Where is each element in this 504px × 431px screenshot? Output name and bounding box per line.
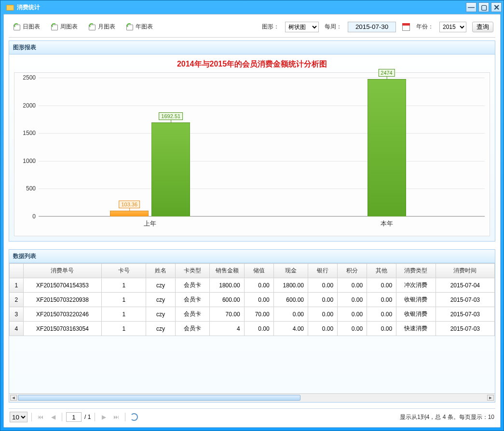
cell-time: 2015-07-03 <box>436 322 494 336</box>
column-header[interactable]: 消费时间 <box>436 264 494 278</box>
cell-card: 1 <box>102 307 146 322</box>
column-header[interactable]: 银行 <box>308 264 337 278</box>
y-tick: 2000 <box>23 102 36 109</box>
column-header[interactable]: 其他 <box>367 264 396 278</box>
cell-other: 0.00 <box>367 322 396 336</box>
scroll-thumb[interactable] <box>18 395 300 401</box>
page-input[interactable] <box>66 412 82 422</box>
grid-header-row: 消费单号卡号姓名卡类型销售金额储值现金银行积分其他消费类型消费时间 <box>10 264 495 278</box>
x-label: 上年 <box>144 219 156 228</box>
y-tick: 1500 <box>23 130 36 136</box>
cell-sale: 4 <box>210 322 244 336</box>
column-header[interactable]: 储值 <box>244 264 273 278</box>
column-header[interactable]: 销售金额 <box>210 264 244 278</box>
year-chart-button[interactable]: 年图表 <box>123 21 155 32</box>
folder-icon <box>6 4 14 11</box>
cell-type: 会员卡 <box>176 278 210 293</box>
column-header[interactable]: 现金 <box>273 264 308 278</box>
table-row[interactable]: 3XF201507032202461czy会员卡70.0070.000.000.… <box>10 307 495 322</box>
column-header[interactable]: 卡号 <box>102 264 146 278</box>
cell-order: XF20150703163054 <box>23 322 102 336</box>
month-chart-button[interactable]: 月图表 <box>86 21 118 32</box>
prev-page-button[interactable]: ◀ <box>48 412 58 422</box>
shape-label: 图形： <box>262 23 279 31</box>
cell-ctype: 快速消费 <box>396 322 436 336</box>
y-tick: 2500 <box>23 74 36 81</box>
scroll-left-icon[interactable]: ◄ <box>10 395 17 401</box>
cell-other: 0.00 <box>367 307 396 322</box>
cell-card: 1 <box>102 293 146 307</box>
year-select[interactable]: 2015 <box>439 22 466 32</box>
cell-type: 会员卡 <box>176 307 210 322</box>
gridline <box>39 133 485 134</box>
bar-value-label: 2474 <box>378 69 395 77</box>
close-button[interactable]: ✕ <box>491 2 502 12</box>
minimize-button[interactable]: — <box>466 2 477 12</box>
chart-panel-title: 图形报表 <box>9 40 495 54</box>
maximize-button[interactable]: ▢ <box>478 2 489 12</box>
cell-ctype: 冲次消费 <box>396 278 436 293</box>
data-panel-title: 数据列表 <box>9 249 495 263</box>
cell-stored: 0.00 <box>244 278 273 293</box>
cell-stored: 70.00 <box>244 307 273 322</box>
cell-other: 0.00 <box>367 278 396 293</box>
cell-card: 1 <box>102 322 146 336</box>
table-row[interactable]: 2XF201507032209381czy会员卡600.000.00600.00… <box>10 293 495 307</box>
column-header[interactable]: 消费单号 <box>23 264 102 278</box>
day-chart-button[interactable]: 日图表 <box>11 21 42 32</box>
year-label: 年份： <box>416 23 434 31</box>
refresh-icon <box>13 23 21 31</box>
y-axis: 05001000150020002500 <box>14 78 38 216</box>
calendar-icon[interactable] <box>402 23 410 31</box>
chart-wrap: 2014年与2015年的会员消费金额统计分析图 0500100015002000… <box>9 54 495 242</box>
cell-order: XF20150703220938 <box>23 293 102 307</box>
bar: 1692.51 <box>151 122 190 216</box>
refresh-button[interactable] <box>129 412 139 422</box>
column-header[interactable]: 姓名 <box>146 264 176 278</box>
column-header[interactable]: 卡类型 <box>176 264 210 278</box>
cell-ctype: 收银消费 <box>396 293 436 307</box>
chart-title: 2014年与2015年的会员消费金额统计分析图 <box>14 59 490 69</box>
plot-area: 上年103.361692.51本年2474 <box>39 78 485 216</box>
cell-cash: 4.00 <box>273 322 308 336</box>
first-page-button[interactable]: ⏮ <box>36 412 45 422</box>
query-button[interactable]: 查询 <box>472 22 493 32</box>
last-page-button[interactable]: ⏭ <box>111 412 121 422</box>
cell-sale: 70.00 <box>210 307 244 322</box>
column-header[interactable]: 积分 <box>338 264 367 278</box>
chart-area: 05001000150020002500 上年103.361692.51本年24… <box>14 72 490 236</box>
cell-type: 会员卡 <box>176 322 210 336</box>
cell-sale: 1800.00 <box>210 278 244 293</box>
y-tick: 0 <box>32 213 36 220</box>
column-header[interactable]: 消费类型 <box>396 264 436 278</box>
chart-panel: 图形报表 2014年与2015年的会员消费金额统计分析图 05001000150… <box>9 40 495 242</box>
month-chart-label: 月图表 <box>98 23 115 31</box>
cell-cash: 0.00 <box>273 307 308 322</box>
cell-points: 0.00 <box>338 307 367 322</box>
table-row[interactable]: 4XF201507031630541czy会员卡40.004.000.000.0… <box>10 322 495 336</box>
scroll-right-icon[interactable]: ► <box>487 395 494 401</box>
x-label: 本年 <box>381 219 393 228</box>
gridline <box>39 161 485 162</box>
page-size-select[interactable]: 10 <box>10 412 27 422</box>
cell-sale: 600.00 <box>210 293 244 307</box>
row-index: 1 <box>10 278 24 293</box>
cell-other: 0.00 <box>367 293 396 307</box>
data-panel: 数据列表 消费单号卡号姓名卡类型销售金额储值现金银行积分其他消费类型消费时间 1… <box>9 249 495 403</box>
cell-cash: 1800.00 <box>273 278 308 293</box>
date-input[interactable] <box>348 22 396 32</box>
table-row[interactable]: 1XF201507041543531czy会员卡1800.000.001800.… <box>10 278 495 293</box>
refresh-icon <box>126 23 134 31</box>
cell-time: 2015-07-03 <box>436 307 494 322</box>
refresh-icon <box>130 413 138 421</box>
next-page-button[interactable]: ▶ <box>99 412 109 422</box>
data-grid: 消费单号卡号姓名卡类型销售金额储值现金银行积分其他消费类型消费时间 1XF201… <box>9 263 495 336</box>
toolbar: 日图表 周图表 月图表 年图表 图形： 树状图 每周： 年份： 2015 查询 <box>9 19 495 38</box>
week-chart-label: 周图表 <box>60 23 78 31</box>
horizontal-scrollbar[interactable]: ◄ ► <box>9 393 495 402</box>
row-index: 3 <box>10 307 24 322</box>
y-tick: 500 <box>26 185 36 192</box>
shape-select[interactable]: 树状图 <box>285 22 319 32</box>
week-chart-button[interactable]: 周图表 <box>48 21 80 32</box>
cell-card: 1 <box>102 278 146 293</box>
